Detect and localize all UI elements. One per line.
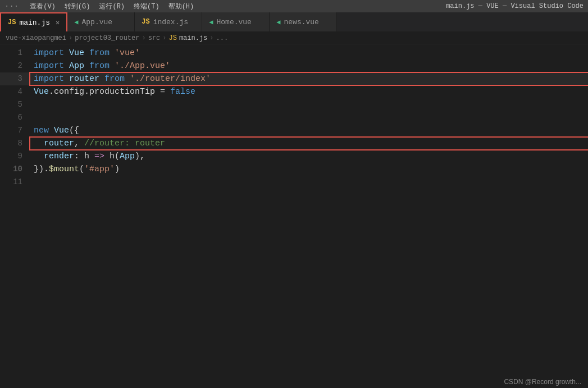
crumb-ellipsis: ...: [216, 34, 229, 42]
tab-label-home-vue: Home.vue: [216, 18, 251, 26]
tab-main-js[interactable]: JS main.js ✕: [0, 12, 67, 31]
code-line-3: 3 import router from './router/index': [0, 72, 588, 85]
code-line-10: 10 }).$mount('#app'): [0, 163, 588, 176]
menu-item-goto[interactable]: 转到(G): [65, 2, 90, 11]
line-content-6: [31, 112, 588, 124]
line-num-9: 9: [0, 150, 31, 162]
line-content-5: [31, 99, 588, 111]
line-num-11: 11: [0, 176, 31, 188]
code-line-4: 4 Vue.config.productionTip = false: [0, 85, 588, 98]
tab-index-js[interactable]: JS index.js: [135, 12, 202, 31]
tab-label-index-js: index.js: [153, 18, 188, 26]
line-content-9: render: h => h(App),: [31, 150, 588, 163]
breadcrumb: vue-xiaopangmei › project03_router › src…: [0, 32, 588, 44]
js-icon: JS: [8, 19, 16, 26]
line-content-2: import App from './App.vue': [31, 60, 588, 72]
vue-icon-app: ◀: [74, 18, 78, 26]
line-content-8: router, //router: router: [31, 138, 588, 150]
menu-dots: ···: [4, 2, 19, 11]
code-editor[interactable]: 1 import Vue from 'vue' 2 import App fro…: [0, 44, 588, 191]
status-bar: CSDN @Record growth...: [504, 376, 588, 388]
vue-icon-home: ◀: [209, 18, 213, 26]
crumb-root: vue-xiaopangmei: [6, 34, 66, 42]
code-line-2: 2 import App from './App.vue': [0, 60, 588, 72]
crumb-file: main.js: [179, 34, 207, 42]
line-num-1: 1: [0, 47, 31, 59]
menu-item-run[interactable]: 运行(R): [99, 2, 125, 11]
crumb-src: src: [148, 34, 161, 42]
line-content-7: new Vue({: [31, 125, 588, 137]
line-num-10: 10: [0, 163, 31, 175]
line-content-3: import router from './router/index': [31, 73, 588, 85]
tab-app-vue[interactable]: ◀ App.vue: [67, 12, 135, 31]
menu-bar: ··· 查看(V) 转到(G) 运行(R) 终端(T) 帮助(H) main.j…: [0, 0, 588, 12]
line-content-1: import Vue from 'vue': [31, 47, 588, 60]
line-num-2: 2: [0, 60, 31, 72]
code-line-7: 7 new Vue({: [0, 124, 588, 137]
code-line-11: 11: [0, 176, 588, 189]
tab-label-app-vue: App.vue: [81, 18, 112, 26]
js-icon-index: JS: [142, 18, 149, 26]
code-line-8: 8 router, //router: router: [0, 137, 588, 150]
line-content-11: [31, 176, 588, 189]
line-content-10: }).$mount('#app'): [31, 163, 588, 176]
menu-item-help[interactable]: 帮助(H): [168, 2, 194, 11]
status-text: CSDN @Record growth...: [504, 378, 581, 386]
tab-bar: JS main.js ✕ ◀ App.vue JS index.js ◀ Hom…: [0, 12, 588, 32]
tab-home-vue[interactable]: ◀ Home.vue: [202, 12, 270, 31]
vue-icon-news: ◀: [276, 18, 280, 26]
code-line-1: 1 import Vue from 'vue': [0, 47, 588, 60]
crumb-project: project03_router: [75, 34, 139, 42]
tab-news-vue[interactable]: ◀ news.vue: [270, 12, 337, 31]
code-line-6: 6: [0, 111, 588, 124]
menu-item-view[interactable]: 查看(V): [30, 2, 56, 11]
line-num-8: 8: [0, 137, 31, 149]
title-bar-filename: main.js — VUE — Visual Studio Code: [446, 2, 584, 10]
line-content-4: Vue.config.productionTip = false: [31, 86, 588, 98]
line-num-7: 7: [0, 124, 31, 136]
menu-item-terminal[interactable]: 终端(T): [134, 2, 159, 11]
code-line-9: 9 render: h => h(App),: [0, 150, 588, 163]
line-num-4: 4: [0, 85, 31, 98]
code-line-5: 5: [0, 98, 588, 111]
tab-close-main-js[interactable]: ✕: [56, 19, 60, 27]
crumb-js-icon: JS: [168, 34, 176, 42]
tab-label-news-vue: news.vue: [284, 18, 318, 26]
line-num-5: 5: [0, 98, 31, 111]
line-num-3: 3: [0, 72, 31, 85]
tab-label-main-js: main.js: [19, 19, 50, 27]
line-num-6: 6: [0, 111, 31, 124]
